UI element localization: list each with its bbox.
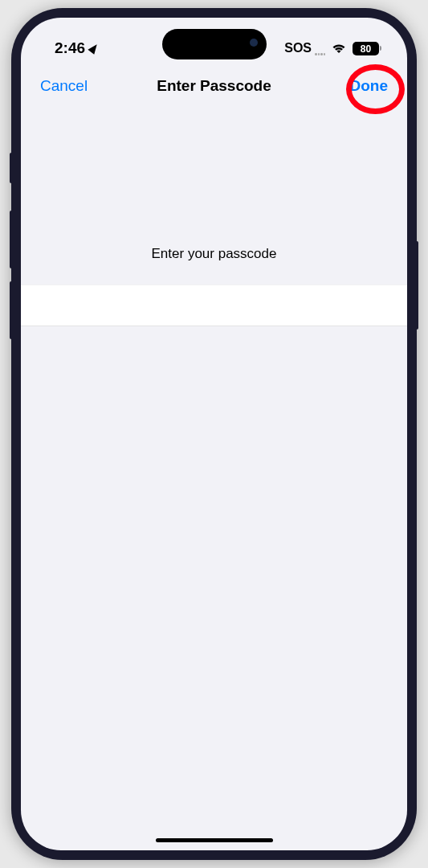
phone-frame: 2:46 SOS: [11, 8, 417, 860]
status-bar-left: 2:46: [55, 39, 98, 57]
wifi-icon: [332, 43, 346, 54]
cancel-button[interactable]: Cancel: [40, 77, 88, 95]
passcode-input[interactable]: [21, 285, 407, 326]
silence-switch: [10, 153, 13, 183]
home-indicator[interactable]: [156, 838, 273, 842]
volume-up-button: [10, 211, 13, 268]
page-title: Enter Passcode: [157, 77, 271, 95]
power-button: [415, 241, 418, 330]
content-area: Enter your passcode: [21, 109, 407, 326]
navigation-bar: Cancel Enter Passcode Done: [21, 63, 407, 109]
passcode-prompt: Enter your passcode: [21, 246, 407, 262]
battery-percent: 80: [354, 43, 377, 55]
status-time: 2:46: [55, 39, 85, 57]
sos-indicator: SOS: [284, 41, 312, 55]
location-icon: [88, 42, 100, 55]
phone-screen: 2:46 SOS: [21, 18, 407, 850]
volume-down-button: [10, 281, 13, 339]
battery-indicator: 80: [353, 42, 381, 55]
cellular-signal-icon: [315, 53, 325, 55]
front-camera: [250, 39, 258, 47]
status-bar-right: SOS 80: [284, 41, 381, 55]
done-button[interactable]: Done: [350, 77, 389, 95]
